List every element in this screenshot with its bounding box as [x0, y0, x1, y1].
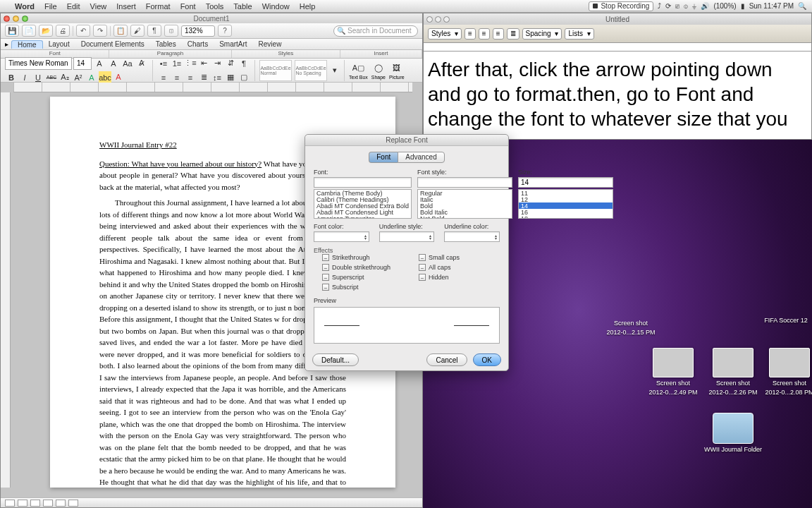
- shading-button[interactable]: ▦: [224, 71, 237, 84]
- view-publishing-button[interactable]: [30, 500, 40, 507]
- align-justify-button[interactable]: ≣: [507, 28, 519, 40]
- text-effects-button[interactable]: A: [85, 71, 98, 84]
- bullets-button[interactable]: •≡: [157, 57, 170, 70]
- align-right-button[interactable]: ≡: [184, 71, 197, 84]
- spotlight-icon[interactable]: 🔍: [798, 2, 806, 10]
- show-marks-button[interactable]: ¶: [238, 57, 250, 70]
- font-list[interactable]: Cambria (Theme Body) Calibri (Theme Head…: [314, 189, 412, 219]
- format-painter-icon[interactable]: 🖌: [130, 25, 144, 37]
- display-icon[interactable]: ⎚: [675, 2, 679, 10]
- battery-status[interactable]: (100%): [713, 2, 736, 10]
- tab-document-elements[interactable]: Document Elements: [75, 40, 150, 48]
- font-style-list[interactable]: Regular Italic Bold Bold Italic Not Bold: [417, 189, 512, 219]
- ruler-vertical[interactable]: [1, 92, 11, 488]
- menu-table[interactable]: Table: [228, 2, 257, 11]
- ok-button[interactable]: OK: [473, 353, 501, 366]
- line-spacing-button[interactable]: ↕≡: [211, 71, 223, 84]
- textedit-minimize-button[interactable]: [435, 16, 441, 23]
- tab-home[interactable]: Home: [11, 40, 43, 49]
- numbering-button[interactable]: 1≡: [171, 57, 183, 70]
- word-minimize-button[interactable]: [13, 16, 19, 22]
- app-menu[interactable]: Word: [10, 2, 39, 11]
- open-icon[interactable]: 📂: [39, 25, 53, 37]
- checkbox-double-strikethrough[interactable]: –Double strikethrough: [322, 264, 390, 271]
- desktop-icon-screenshot-1[interactable]: Screen shot2012-0...2.15 PM: [599, 320, 663, 336]
- textedit-close-button[interactable]: [426, 16, 433, 23]
- textbox-button[interactable]: A▢: [350, 61, 366, 75]
- size-input[interactable]: [518, 177, 613, 188]
- desktop-icon-screenshot-5[interactable]: Screen shot2012-0...2.08 PM: [758, 348, 812, 396]
- font-color-button[interactable]: A: [112, 71, 125, 84]
- tab-tables[interactable]: Tables: [150, 40, 182, 48]
- shape-button[interactable]: ◯: [371, 61, 386, 75]
- paste-icon[interactable]: 📋: [113, 25, 128, 37]
- redo-icon[interactable]: ↷: [93, 25, 107, 37]
- tab-charts[interactable]: Charts: [182, 40, 214, 48]
- spacing-dropdown[interactable]: Spacing ▾: [522, 28, 562, 40]
- align-center-button[interactable]: ≡: [479, 28, 490, 40]
- tab-layout[interactable]: Layout: [43, 40, 75, 48]
- tab-review[interactable]: Review: [253, 40, 288, 48]
- view-outline-button[interactable]: [18, 500, 27, 507]
- view-draft-button[interactable]: [5, 500, 15, 507]
- help-icon[interactable]: ?: [218, 25, 232, 37]
- menu-window[interactable]: Window: [257, 2, 295, 11]
- volume-icon[interactable]: 🔊: [701, 2, 709, 10]
- font-family-dropdown[interactable]: Times New Roman: [5, 57, 72, 70]
- checkbox-all-caps[interactable]: –All caps: [419, 264, 460, 271]
- wifi-icon[interactable]: ⏚: [692, 2, 696, 10]
- underline-color-dropdown[interactable]: ▴▾: [444, 231, 500, 242]
- checkbox-hidden[interactable]: –Hidden: [419, 274, 460, 281]
- print-icon[interactable]: 🖨: [56, 25, 70, 37]
- font-size-dropdown[interactable]: 14: [73, 57, 92, 70]
- tab-smartart[interactable]: SmartArt: [214, 40, 252, 48]
- underline-style-dropdown[interactable]: ▴▾: [379, 231, 435, 242]
- textedit-zoom-button[interactable]: [443, 16, 450, 23]
- font-style-input[interactable]: [417, 177, 512, 188]
- menu-view[interactable]: View: [85, 2, 112, 11]
- word-zoom-button[interactable]: [22, 16, 28, 22]
- shrink-font-button[interactable]: A: [107, 57, 120, 70]
- word-close-button[interactable]: [4, 16, 10, 22]
- multilevel-list-button[interactable]: ⋮≡: [184, 57, 197, 70]
- menu-format[interactable]: Format: [141, 2, 176, 11]
- cancel-button[interactable]: Cancel: [426, 353, 467, 366]
- default-button[interactable]: Default...: [312, 353, 359, 366]
- desktop-icon-screenshot-4[interactable]: Screen shot2012-0...2.26 PM: [701, 348, 765, 396]
- borders-button[interactable]: ▢: [238, 71, 250, 84]
- underline-button[interactable]: U: [32, 71, 44, 84]
- new-icon[interactable]: 📄: [22, 25, 36, 37]
- bluetooth-icon[interactable]: ⌽: [684, 2, 688, 10]
- sync-icon[interactable]: ⟳: [665, 2, 671, 10]
- strikethrough-button[interactable]: ABC: [45, 71, 58, 84]
- checkbox-small-caps[interactable]: –Small caps: [419, 254, 460, 261]
- desktop-icon-fifa[interactable]: FIFA Soccer 12: [754, 317, 812, 324]
- sort-button[interactable]: ⇵: [224, 57, 237, 70]
- stop-recording-button[interactable]: Stop Recording: [589, 1, 653, 11]
- save-icon[interactable]: 💾: [5, 25, 19, 37]
- zoom-dropdown[interactable]: 132%: [181, 25, 215, 37]
- desktop-icon-screenshot-3[interactable]: Screen shot2012-0...2.49 PM: [641, 348, 705, 396]
- font-color-dropdown[interactable]: ▴▾: [314, 231, 369, 242]
- lists-dropdown[interactable]: Lists ▾: [565, 28, 593, 40]
- styles-dropdown[interactable]: Styles ▾: [428, 28, 462, 40]
- align-right-button[interactable]: ≡: [493, 28, 504, 40]
- italic-button[interactable]: I: [18, 71, 31, 84]
- menu-tools[interactable]: Tools: [201, 2, 229, 11]
- change-case-button[interactable]: Aa: [121, 57, 134, 70]
- menu-help[interactable]: Help: [295, 2, 321, 11]
- menu-edit[interactable]: Edit: [62, 2, 85, 11]
- menu-font[interactable]: Font: [176, 2, 201, 11]
- align-justify-button[interactable]: ≣: [197, 71, 210, 84]
- checkbox-superscript[interactable]: –Superscript: [322, 274, 390, 281]
- view-notebook-button[interactable]: [56, 500, 66, 507]
- bold-button[interactable]: B: [5, 71, 18, 84]
- clear-formatting-button[interactable]: A̷: [135, 57, 148, 70]
- superscript-button[interactable]: A²: [72, 71, 85, 84]
- size-list[interactable]: 11 12 14 16 18: [518, 189, 613, 219]
- decrease-indent-button[interactable]: ⇤: [197, 57, 210, 70]
- show-formatting-icon[interactable]: ¶: [147, 25, 161, 37]
- style-no-spacing[interactable]: AaBbCcDdEeNo Spacing: [295, 60, 327, 81]
- style-normal[interactable]: AaBbCcDdEeNormal: [259, 60, 292, 81]
- search-field[interactable]: 🔍 Search in Document: [333, 25, 418, 37]
